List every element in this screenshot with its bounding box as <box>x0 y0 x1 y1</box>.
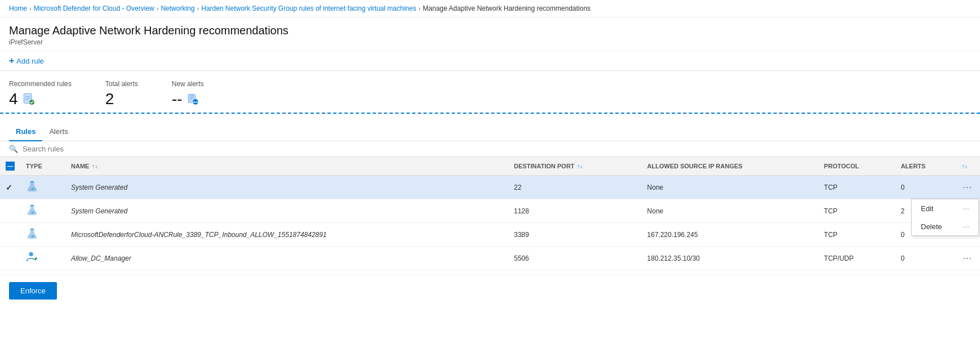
page-header: Manage Adaptive Network Hardening recomm… <box>0 17 980 51</box>
header-name[interactable]: NAME ↑↓ <box>65 157 508 176</box>
breadcrumb: Home › Microsoft Defender for Cloud - Ov… <box>0 0 980 17</box>
delete-ellipsis: ··· <box>963 222 969 231</box>
search-bar: 🔍 <box>0 141 980 157</box>
header-protocol: PROTOCOL <box>818 157 895 176</box>
delete-label: Delete <box>921 222 942 231</box>
stats-row: Recommended rules 4 Total alerts 2 New a… <box>0 71 980 114</box>
type-icon <box>26 210 38 218</box>
stat-recommended-rules: Recommended rules 4 <box>9 80 72 108</box>
table-row[interactable]: Allow_DC_Manager 5506 180.212.35.10/30 T… <box>0 247 980 270</box>
svg-point-16 <box>31 235 34 238</box>
row-type <box>20 247 65 270</box>
row-checkbox[interactable] <box>0 223 20 247</box>
row-destination-port: 1128 <box>508 199 641 223</box>
footer: Enforce <box>0 275 980 306</box>
row-type <box>20 223 65 247</box>
context-menu-delete[interactable]: Delete ··· <box>912 217 978 235</box>
row-protocol: TCP/UDP <box>818 247 895 270</box>
header-destination-port[interactable]: DESTINATION PORT ↑↓ <box>508 157 641 176</box>
table-body: ✓ System Generated 22 None TCP 0 ··· Sys… <box>0 176 980 270</box>
header-actions: ↑↓ <box>955 157 980 176</box>
row-allowed-source: None <box>641 199 818 223</box>
type-icon <box>26 234 38 242</box>
table-row[interactable]: ✓ System Generated 22 None TCP 0 ··· <box>0 176 980 199</box>
table-header-row: — TYPE NAME ↑↓ DESTINATION PORT ↑↓ ALLOW… <box>0 157 980 176</box>
context-menu-edit[interactable]: Edit ··· <box>912 199 978 217</box>
toolbar: + Add rule <box>0 51 980 71</box>
row-name: System Generated <box>65 199 508 223</box>
total-alerts-label: Total alerts <box>105 80 138 88</box>
svg-text:NEW: NEW <box>193 101 199 104</box>
port-sort-icon: ↑↓ <box>577 163 583 169</box>
breadcrumb-defender[interactable]: Microsoft Defender for Cloud - Overview <box>34 5 154 12</box>
row-type <box>20 199 65 223</box>
type-icon <box>26 186 38 194</box>
breadcrumb-harden[interactable]: Harden Network Security Group rules of i… <box>201 5 416 12</box>
add-rule-label: Add rule <box>16 57 43 65</box>
new-alerts-label: New alerts <box>172 80 204 88</box>
table-container: — TYPE NAME ↑↓ DESTINATION PORT ↑↓ ALLOW… <box>0 157 980 270</box>
stat-new-alerts: New alerts -- NEW <box>172 80 204 108</box>
table-row[interactable]: MicrosoftDefenderforCloud-ANCRule_3389_T… <box>0 223 980 247</box>
header-type: TYPE <box>20 157 65 176</box>
new-alerts-icon: NEW <box>187 93 199 105</box>
row-actions: ··· <box>955 247 980 270</box>
header-allowed-source: ALLOWED SOURCE IP RANGES <box>641 157 818 176</box>
rules-table: — TYPE NAME ↑↓ DESTINATION PORT ↑↓ ALLOW… <box>0 157 980 270</box>
row-checkbox[interactable] <box>0 247 20 270</box>
breadcrumb-current: Manage Adaptive Network Hardening recomm… <box>423 5 591 12</box>
tab-alerts[interactable]: Alerts <box>42 123 74 141</box>
row-allowed-source: 180.212.35.10/30 <box>641 247 818 270</box>
row-name: Allow_DC_Manager <box>65 247 508 270</box>
page-title: Manage Adaptive Network Hardening recomm… <box>9 24 971 37</box>
row-destination-port: 3389 <box>508 223 641 247</box>
row-alerts: 0 <box>895 176 955 199</box>
breadcrumb-home[interactable]: Home <box>9 5 27 12</box>
row-ellipsis-button[interactable]: ··· <box>961 181 974 194</box>
context-menu: Edit ··· Delete ··· <box>911 199 979 236</box>
row-type <box>20 176 65 199</box>
row-allowed-source: 167.220.196.245 <box>641 223 818 247</box>
row-allowed-source: None <box>641 176 818 199</box>
breadcrumb-networking[interactable]: Networking <box>161 5 194 12</box>
svg-point-12 <box>31 188 34 190</box>
edit-label: Edit <box>921 204 933 213</box>
row-checkbox[interactable]: ✓ <box>0 176 20 199</box>
add-rule-button[interactable]: + Add rule <box>9 56 44 66</box>
row-ellipsis-button[interactable]: ··· <box>961 252 974 265</box>
search-icon: 🔍 <box>9 145 18 153</box>
recommended-rules-label: Recommended rules <box>9 80 72 88</box>
recommended-rules-icon <box>23 93 35 105</box>
total-alerts-value: 2 <box>105 90 114 108</box>
row-protocol: TCP <box>818 176 895 199</box>
new-alerts-value: -- <box>172 90 183 108</box>
row-checkbox[interactable] <box>0 199 20 223</box>
tab-rules[interactable]: Rules <box>9 123 42 141</box>
table-row[interactable]: System Generated 1128 None TCP 2 ··· <box>0 199 980 223</box>
edit-ellipsis: ··· <box>963 204 969 213</box>
row-name: System Generated <box>65 176 508 199</box>
row-name: MicrosoftDefenderforCloud-ANCRule_3389_T… <box>65 223 508 247</box>
recommended-rules-value: 4 <box>9 90 18 108</box>
row-alerts: 0 <box>895 247 955 270</box>
plus-icon: + <box>9 56 14 66</box>
svg-point-14 <box>31 212 34 214</box>
row-protocol: TCP <box>818 199 895 223</box>
stat-total-alerts: Total alerts 2 <box>105 80 138 108</box>
svg-point-17 <box>29 252 33 256</box>
row-protocol: TCP <box>818 223 895 247</box>
row-destination-port: 22 <box>508 176 641 199</box>
row-actions: ··· <box>955 176 980 199</box>
name-sort-icon: ↑↓ <box>92 163 97 169</box>
row-destination-port: 5506 <box>508 247 641 270</box>
search-input[interactable] <box>23 145 135 153</box>
page-subtitle: iPrefServer <box>9 38 971 46</box>
type-icon <box>26 257 38 265</box>
header-checkbox: — <box>0 157 20 176</box>
tabs: Rules Alerts <box>0 123 980 141</box>
header-alerts: ALERTS <box>895 157 955 176</box>
enforce-button[interactable]: Enforce <box>9 282 57 300</box>
